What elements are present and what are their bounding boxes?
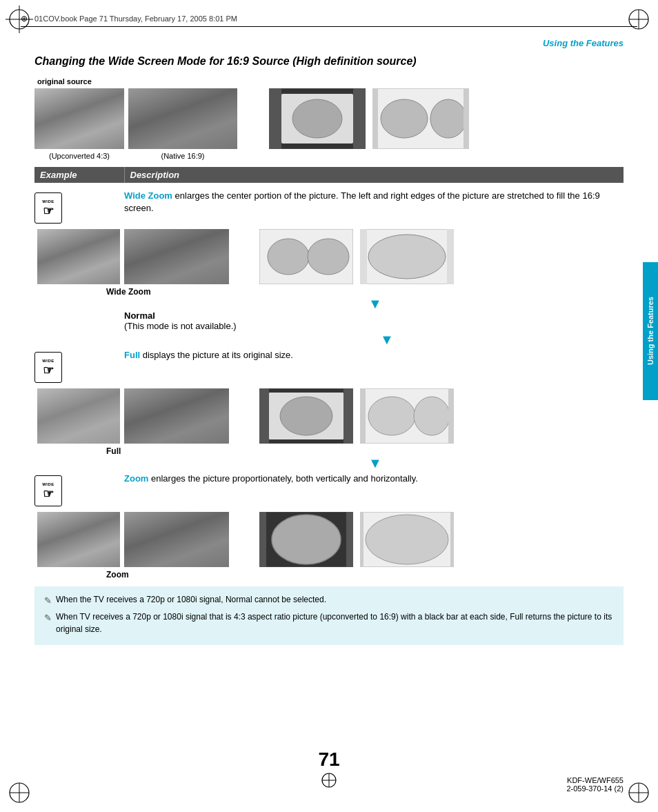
caption-native: (Native 16:9) [128, 152, 237, 160]
page-number-area: 71 [0, 749, 658, 771]
svg-rect-49 [360, 512, 363, 567]
svg-rect-20 [353, 88, 366, 149]
section-heading: Using the Features [34, 38, 624, 48]
svg-rect-36 [259, 388, 269, 444]
wide-zoom-button-icon: WIDE ☞ [34, 192, 62, 224]
corner-mark-bl [6, 779, 33, 806]
svg-point-27 [268, 239, 309, 275]
svg-rect-46 [346, 512, 353, 567]
full-example: WIDE ☞ [34, 349, 124, 383]
svg-point-35 [280, 397, 332, 435]
full-description-text: Full displays the picture at its origina… [124, 349, 624, 362]
header-filename: 01COV.book Page 71 Thursday, February 17… [34, 14, 237, 23]
note-text-2: When TV receives a 720p or 1080i signal … [56, 611, 614, 635]
screen-diag-1 [269, 88, 366, 149]
svg-point-30 [368, 235, 446, 279]
model-line2: 2-059-370-14 (2) [566, 784, 624, 793]
zoom-photo1 [37, 512, 120, 567]
wide-zoom-mode-label-area: Wide Zoom ▼ [37, 287, 624, 310]
full-photo2 [124, 388, 229, 444]
model-line1: KDF-WE/WF655 [566, 776, 624, 784]
zoom-description-text: Zoom enlarges the picture proportionatel… [124, 473, 624, 485]
note-line-1: ✎ When the TV receives a 720p or 1080i s… [44, 593, 614, 608]
full-mode-label: Full [106, 446, 624, 456]
model-info: KDF-WE/WF655 2-059-370-14 (2) [566, 776, 624, 793]
reg-cross-header: ⊕ [21, 14, 28, 23]
svg-point-44 [272, 515, 341, 564]
zoom-mode-label-area: Zoom [37, 570, 624, 580]
svg-rect-31 [360, 229, 367, 284]
photo-native [128, 88, 237, 149]
table-header-example: Example [34, 167, 124, 183]
svg-rect-41 [360, 388, 366, 444]
normal-label: Normal [124, 310, 155, 321]
svg-point-48 [366, 515, 448, 564]
full-mode-label-area: Full ▼ [37, 446, 624, 470]
table-header-description: Description [124, 167, 624, 183]
svg-point-28 [308, 239, 349, 275]
wide-zoom-photo1 [37, 229, 120, 284]
page-number: 71 [318, 749, 339, 770]
zoom-mode-label: Zoom [106, 570, 624, 580]
wide-zoom-photo2 [124, 229, 229, 284]
full-diag-2 [360, 388, 454, 444]
note-line-2: ✎ When TV receives a 720p or 1080i signa… [44, 611, 614, 635]
wide-zoom-description: Wide Zoom enlarges the center portion of… [124, 190, 624, 215]
wide-zoom-section: WIDE ☞ Wide Zoom enlarges the center por… [34, 190, 624, 224]
full-diag-1 [259, 388, 353, 444]
wide-zoom-mode-label: Wide Zoom [106, 287, 624, 297]
svg-point-22 [381, 99, 428, 138]
right-side-tab: Using the Features [643, 262, 658, 400]
right-tab-text: Using the Features [646, 297, 655, 365]
note-text-1: When the TV receives a 720p or 1080i sig… [56, 593, 326, 606]
svg-point-39 [368, 397, 415, 435]
full-section: WIDE ☞ Full displays the picture at its … [34, 349, 624, 383]
zoom-button-icon: WIDE ☞ [34, 475, 62, 506]
screen-diag-2 [372, 88, 469, 149]
original-source-label: original source [37, 77, 624, 86]
arrow-normal: ▼ [150, 333, 624, 346]
arrow-full: ▼ [127, 456, 624, 470]
example-description-table: Example Description [34, 167, 624, 183]
svg-rect-24 [372, 88, 378, 149]
corner-mark-br [625, 779, 652, 806]
normal-note: (This mode is not available.) [124, 321, 237, 331]
note-icon-2: ✎ [44, 611, 52, 625]
main-title: Changing the Wide Screen Mode for 16:9 S… [34, 55, 624, 68]
photo-upconv [34, 88, 124, 149]
svg-point-18 [292, 99, 342, 138]
svg-rect-42 [448, 388, 454, 444]
main-content: Using the Features Changing the Wide Scr… [34, 38, 624, 757]
header-bar: ⊕ 01COV.book Page 71 Thursday, February … [21, 14, 637, 27]
svg-point-40 [414, 397, 450, 435]
svg-rect-50 [450, 512, 454, 567]
full-button-icon: WIDE ☞ [34, 352, 62, 383]
zoom-section: WIDE ☞ Zoom enlarges the picture proport… [34, 473, 624, 506]
zoom-example: WIDE ☞ [34, 473, 124, 506]
svg-point-23 [430, 99, 466, 138]
note-box: ✎ When the TV receives a 720p or 1080i s… [34, 586, 624, 645]
wide-zoom-diag-1 [259, 229, 353, 284]
arrow-wide-zoom: ▼ [127, 297, 624, 310]
zoom-photo2 [124, 512, 229, 567]
caption-upconv: (Upconverted 4:3) [34, 152, 124, 160]
svg-rect-37 [343, 388, 353, 444]
bottom-center-reg [319, 770, 339, 793]
svg-rect-25 [463, 88, 469, 149]
svg-rect-32 [447, 229, 454, 284]
zoom-diag-2 [360, 512, 454, 567]
note-icon-1: ✎ [44, 594, 52, 608]
wide-zoom-example: WIDE ☞ [34, 190, 124, 224]
zoom-diag-1 [259, 512, 353, 567]
normal-section: Normal (This mode is not available.) [124, 310, 624, 331]
full-photo1 [37, 388, 120, 444]
svg-rect-19 [269, 88, 281, 149]
svg-rect-45 [259, 512, 266, 567]
wide-zoom-diag-2 [360, 229, 454, 284]
